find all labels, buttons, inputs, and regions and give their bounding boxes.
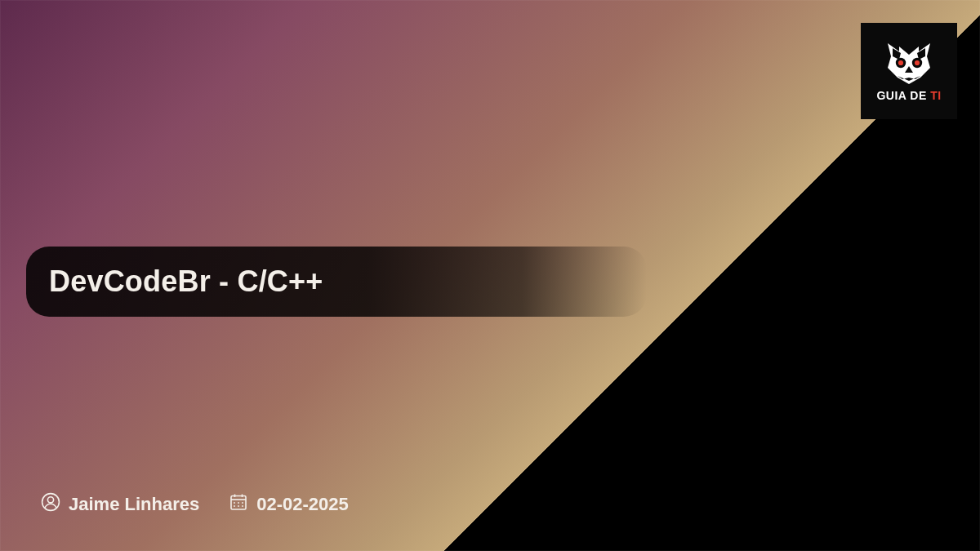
author-name: Jaime Linhares	[69, 494, 199, 515]
author-meta: Jaime Linhares	[41, 492, 199, 517]
svg-point-3	[915, 60, 920, 65]
brand-logo-text-accent: TI	[930, 89, 941, 102]
svg-point-17	[238, 502, 239, 504]
svg-point-16	[234, 502, 235, 504]
thumbnail-card: GUIA DE TI DevCodeBr - C/C++ Jaime Linha…	[0, 0, 980, 551]
brand-logo-text: GUIA DE TI	[876, 89, 941, 102]
svg-point-5	[47, 497, 53, 503]
owl-icon	[883, 40, 935, 84]
page-title: DevCodeBr - C/C++	[49, 264, 323, 299]
title-pill: DevCodeBr - C/C++	[26, 247, 647, 317]
svg-point-18	[242, 502, 243, 504]
svg-point-20	[238, 505, 239, 507]
brand-logo-badge: GUIA DE TI	[861, 23, 957, 119]
meta-row: Jaime Linhares	[41, 492, 349, 517]
brand-logo-text-prefix: GUIA DE	[876, 89, 930, 102]
svg-point-19	[234, 505, 235, 507]
user-icon	[41, 492, 60, 517]
date-meta: 02-02-2025	[229, 492, 349, 517]
date-value: 02-02-2025	[256, 494, 349, 515]
svg-point-2	[898, 60, 903, 65]
svg-point-21	[242, 505, 243, 507]
calendar-icon	[229, 492, 248, 517]
